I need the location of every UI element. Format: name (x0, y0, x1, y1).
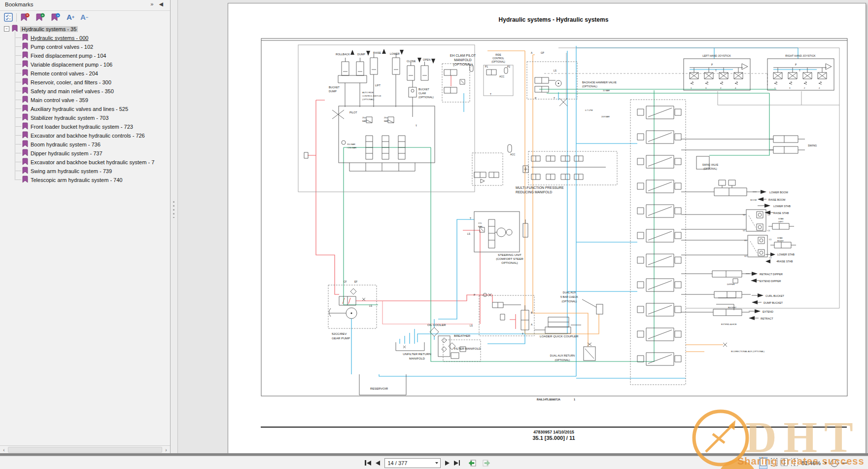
svg-text:P: P (795, 64, 797, 66)
zoom-slider[interactable] (842, 463, 847, 464)
zoom-out-button[interactable]: − (831, 459, 838, 467)
scroll-left-icon[interactable]: ‹ (0, 447, 8, 453)
increase-font-icon[interactable]: A+ (65, 12, 76, 22)
collapse-node-icon[interactable]: − (4, 26, 9, 32)
diagram-sheet-number: 1 (574, 398, 575, 401)
bookmark-item[interactable]: Variable displacement pump - 106 (15, 60, 112, 69)
dual-aux-check (582, 299, 603, 314)
delete-bookmark-icon[interactable]: × (20, 12, 31, 22)
svg-text:STAB: STAB (777, 237, 783, 239)
page-number-value[interactable]: 14 / 377 (385, 460, 435, 466)
svg-text:STAB: STAB (778, 217, 784, 220)
bookmarks-panel: Bookmarks » ◀ × + ➤ (0, 0, 171, 453)
svg-text:DUMP: DUMP (329, 90, 337, 93)
bookmark-item[interactable]: Dipper hydraulic system - 737 (15, 149, 103, 157)
scrollbar-track[interactable] (8, 447, 162, 453)
bookmark-item[interactable]: Hydraulic systems - 000 (15, 34, 88, 42)
svg-text:LOWER: LOWER (390, 52, 400, 55)
two-page-view-icon[interactable] (781, 458, 788, 468)
svg-text:T: T (715, 70, 717, 72)
svg-text:UNFILTER RETURN: UNFILTER RETURN (403, 352, 431, 356)
zoom-level-value[interactable]: 81.46% (801, 460, 821, 466)
bookmark-item[interactable]: Main control valve - 359 (15, 96, 88, 104)
next-page-button[interactable] (445, 461, 450, 466)
page-title: Hydraulic systems - Hydraulic systems (455, 16, 652, 23)
svg-text:209 BAR: 209 BAR (601, 115, 610, 118)
svg-text:52CC/REV: 52CC/REV (332, 332, 347, 335)
new-bookmark-icon[interactable]: + (35, 12, 46, 22)
bookmark-item[interactable]: Safety and main relief valves - 350 (15, 87, 114, 95)
backhoe-hammer-valve (527, 62, 577, 99)
bookmarks-toolbar: × + ➤ A+ A− (0, 11, 170, 24)
bookmark-item[interactable]: Swing arm hydraulic system - 739 (15, 167, 112, 175)
bookmark-item[interactable]: Pump control valves - 102 (15, 42, 93, 51)
bookmark-item[interactable]: Stabilizer hydraulic system - 703 (15, 113, 108, 122)
ride-control-valve (484, 65, 513, 96)
svg-text:OPEN: OPEN (423, 58, 430, 61)
last-page-button[interactable] (454, 460, 460, 466)
scroll-right-icon[interactable]: › (162, 447, 170, 453)
svg-text:(OPTIONAL): (OPTIONAL) (582, 85, 597, 88)
svg-text:MULTI-FUNCTION PRESSURE: MULTI-FUNCTION PRESSURE (516, 186, 564, 189)
sidebar-horizontal-scrollbar[interactable]: ‹ › (0, 445, 170, 453)
expand-panel-icon[interactable]: » (150, 1, 153, 7)
bookmark-root-row[interactable]: − Hydraulic systems - 35 (4, 25, 78, 33)
svg-text:C1: C1 (767, 229, 770, 232)
svg-text:ROLLBACK: ROLLBACK (336, 53, 350, 56)
svg-text:LS: LS (467, 233, 470, 235)
bookmark-item[interactable]: Fixed displacement pump - 104 (15, 51, 106, 60)
bookmark-item[interactable]: Reservoir, cooler, and filters - 300 (15, 78, 111, 86)
bookmark-item[interactable]: Excavator and backhoe bucket hydraulic s… (15, 158, 154, 166)
bookmark-item[interactable]: Telescopic arm hydraulic system - 740 (15, 176, 122, 184)
next-view-button[interactable] (482, 459, 490, 467)
first-page-button[interactable] (365, 460, 371, 466)
svg-text:(OPTIONAL): (OPTIONAL) (555, 359, 570, 361)
previous-view-button[interactable] (468, 459, 477, 467)
schematic-frame (261, 38, 847, 396)
bookmark-item[interactable]: Excavator and backhoe hydraulic controls… (15, 131, 145, 140)
svg-text:V1: V1 (744, 239, 747, 242)
right-actuators (681, 136, 805, 347)
oil-cooler (430, 327, 439, 336)
previous-page-button[interactable] (376, 461, 380, 466)
bookmark-item[interactable]: Front loader bucket hydraulic system - 7… (15, 122, 133, 131)
diagram-labels: ROLLBACK DUMP RAISE LOWER CLOSE OPEN BUC… (329, 51, 820, 401)
two-page-continuous-view-icon[interactable] (791, 458, 798, 468)
svg-text:4: 4 (819, 87, 820, 89)
bookmark-icon (12, 25, 18, 33)
decrease-font-icon[interactable]: A− (79, 12, 90, 22)
svg-text:➤: ➤ (57, 14, 59, 17)
zoom-dropdown-icon[interactable] (824, 462, 827, 464)
svg-text:(OPTIONAL): (OPTIONAL) (453, 63, 472, 67)
page-number-input[interactable]: 14 / 377 (384, 458, 441, 468)
svg-text:EF: EF (354, 281, 357, 283)
svg-text:LOADER QUICK COUPLER: LOADER QUICK COUPLER (540, 334, 579, 338)
multifunction-manifold (472, 144, 617, 185)
svg-text:CLAM: CLAM (418, 92, 426, 95)
svg-text:T: T (490, 93, 491, 96)
svg-text:C2: C2 (769, 256, 772, 259)
panel-splitter[interactable] (171, 0, 178, 453)
single-page-view-icon[interactable] (759, 457, 767, 469)
bookmark-item[interactable]: Remote control valves - 204 (15, 69, 98, 77)
svg-text:0.7 LPM: 0.7 LPM (585, 109, 593, 111)
svg-text:T: T (470, 217, 471, 220)
bookmark-item[interactable]: Boom hydraulic system - 736 (15, 140, 101, 148)
svg-text:DUAL AUX RETURN: DUAL AUX RETURN (550, 354, 575, 357)
svg-text:LEFT: LEFT (778, 220, 784, 223)
collapse-panel-icon[interactable]: ◀ (159, 1, 163, 7)
page-dropdown-icon[interactable] (435, 462, 438, 464)
goto-bookmark-icon[interactable]: ➤ (50, 12, 61, 22)
svg-text:GP: GP (541, 52, 544, 54)
panel-options-icon[interactable] (3, 12, 14, 22)
bookmark-item[interactable]: Auxiliary hydraulic valves and lines - 5… (15, 105, 128, 113)
svg-text:STEERING UNIT: STEERING UNIT (498, 253, 521, 256)
svg-text:BUCKET: BUCKET (728, 306, 736, 309)
svg-text:BREATHER: BREATHER (454, 334, 471, 337)
continuous-view-icon[interactable] (771, 458, 777, 468)
unfilter-return-manifold (396, 342, 424, 351)
svg-text:LOWER STAB: LOWER STAB (777, 253, 795, 256)
svg-text:RETRACT: RETRACT (761, 317, 773, 320)
svg-text:2: 2 (804, 87, 805, 89)
document-viewport[interactable]: Hydraulic systems - Hydraulic systems (178, 0, 868, 453)
